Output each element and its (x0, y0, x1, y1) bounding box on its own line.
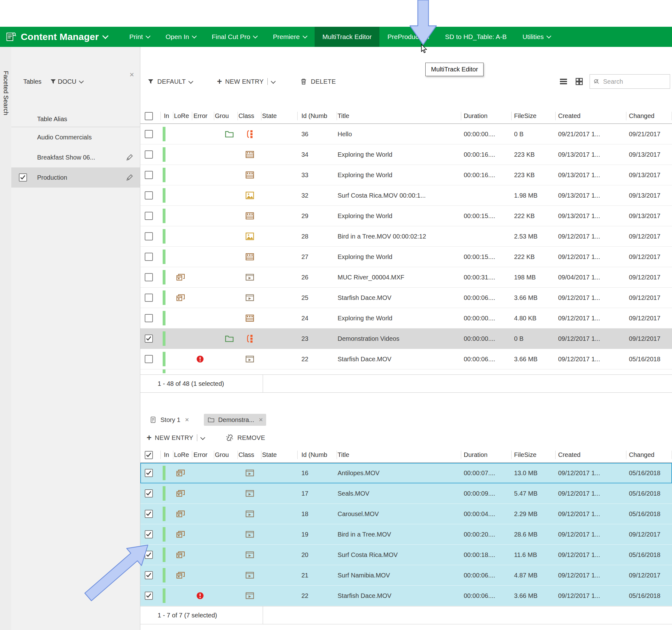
column-header[interactable]: Class (238, 447, 261, 462)
table-row[interactable]: 20 Surf Costa Rica.MOV 00:00:18.... 11.6… (140, 545, 672, 565)
close-icon[interactable]: ✕ (259, 417, 263, 423)
row-id: 25 (297, 288, 337, 308)
close-icon[interactable]: ✕ (127, 70, 136, 79)
column-header[interactable]: LoRe (173, 447, 192, 462)
column-header[interactable]: LoRe (173, 109, 192, 123)
row-checkbox[interactable] (145, 334, 153, 343)
column-header[interactable]: FileSize (511, 109, 556, 123)
table-row[interactable]: 26 MUC River_00004.MXF 00:00:31.... 198 … (140, 267, 672, 288)
table-row[interactable]: 24 Exploring the World 00:00:00.... 4.80… (140, 308, 672, 329)
column-header[interactable]: Title (337, 447, 461, 462)
table-row[interactable]: 22 Starfish Dace.MOV 00:00:06.... 3.66 M… (140, 349, 672, 369)
row-checkbox[interactable] (145, 469, 153, 477)
column-header[interactable]: In (161, 109, 173, 123)
table-row[interactable]: 16 Antilopes.MOV 00:00:07.... 13.0 MB 09… (140, 463, 672, 483)
table-row[interactable]: 29 Exploring the World 00:00:15.... 222 … (140, 206, 672, 226)
sidebar-item[interactable]: Production (11, 167, 140, 188)
column-header[interactable]: Error (192, 109, 214, 123)
column-header[interactable]: Created (556, 109, 626, 123)
list-view-button[interactable] (558, 76, 569, 87)
selection-chip[interactable]: Demonstra... ✕ (204, 414, 266, 426)
sidebar-item[interactable]: Breakfast Show 06... (11, 147, 140, 167)
row-duration: 00:00:06.... (461, 349, 511, 369)
table-row[interactable]: 32 Surf Costa Rica.MOV 00:00:1... 1.98 M… (140, 185, 672, 206)
menu-item-utilities[interactable]: Utilities (515, 27, 559, 47)
table-checkbox[interactable] (19, 173, 27, 182)
row-checkbox[interactable] (145, 232, 153, 240)
search-box[interactable] (590, 74, 670, 89)
filter-default-button[interactable]: DEFAULT (147, 78, 193, 85)
table-row[interactable]: 25 Starfish Dace.MOV 00:00:06.... 3.66 M… (140, 288, 672, 308)
row-checkbox[interactable] (145, 489, 153, 497)
video-clip-icon (244, 292, 255, 303)
column-header[interactable]: Grou (214, 447, 238, 462)
table-row[interactable]: 18 Carousel.MOV 00:00:04.... 2.29 MB 09/… (140, 504, 672, 524)
grid-view-button[interactable] (574, 76, 584, 87)
column-header[interactable]: State (261, 109, 297, 123)
column-header[interactable]: Changed (626, 109, 672, 123)
column-header[interactable]: Class (238, 109, 261, 123)
column-header[interactable]: Error (192, 447, 214, 462)
delete-button[interactable]: DELETE (299, 77, 336, 86)
row-checkbox[interactable] (145, 171, 153, 179)
column-header[interactable]: Changed (626, 447, 672, 462)
pen-icon[interactable] (124, 172, 135, 183)
table-row[interactable]: 19 Bird in a Tree.MOV 00:00:20.... 28.6 … (140, 524, 672, 545)
table-row[interactable]: 34 Exploring the World 00:00:16.... 223 … (140, 144, 672, 165)
new-entry-button-lower[interactable]: + NEW ENTRY (147, 434, 205, 442)
row-checkbox[interactable] (145, 150, 153, 159)
chevron-down-icon (302, 33, 307, 39)
menu-item-open-in[interactable]: Open In (158, 27, 204, 47)
row-id: 22 (297, 349, 337, 369)
new-entry-button[interactable]: + NEW ENTRY (217, 77, 275, 86)
row-checkbox[interactable] (145, 314, 153, 322)
row-title: Antilopes.MOV (337, 463, 461, 483)
table-filter-button[interactable]: DOCU (50, 78, 83, 85)
row-checkbox[interactable] (145, 130, 153, 138)
row-checkbox[interactable] (145, 212, 153, 220)
table-row[interactable]: 21 Surf Namibia.MOV 00:00:06.... 4.87 MB… (140, 565, 672, 586)
selection-chip[interactable]: Story 1 ✕ (146, 414, 193, 426)
select-all-checkbox[interactable] (145, 112, 153, 120)
table-row[interactable]: 22 Starfish Dace.MOV 00:00:06.... 3.66 M… (140, 586, 672, 606)
column-header[interactable]: Created (556, 447, 626, 462)
column-header[interactable]: Duration (461, 447, 511, 462)
row-checkbox[interactable] (145, 273, 153, 281)
row-checkbox[interactable] (145, 355, 153, 363)
column-header[interactable]: State (261, 447, 297, 462)
menu-item-premiere[interactable]: Premiere (265, 27, 314, 47)
pen-icon[interactable] (124, 152, 135, 163)
menu-item-final-cut-pro[interactable]: Final Cut Pro (204, 27, 265, 47)
chevron-down-icon[interactable] (102, 33, 109, 39)
select-all-checkbox[interactable] (145, 451, 153, 459)
table-row[interactable]: 36 Hello 00:00:00.... 0 B 09/21/2017 1..… (140, 124, 672, 144)
column-header[interactable]: Id (Numb (297, 447, 337, 462)
table-row[interactable]: 33 Exploring the World 00:00:16.... 223 … (140, 165, 672, 185)
row-changed: 05/16/2018 (626, 545, 672, 565)
table-row[interactable]: 17 Seals.MOV 00:00:09.... 5.47 MB 09/12/… (140, 483, 672, 504)
column-header[interactable]: Grou (214, 109, 238, 123)
search-input[interactable] (602, 78, 664, 86)
column-header[interactable]: FileSize (511, 447, 556, 462)
row-checkbox[interactable] (145, 510, 153, 518)
row-checkbox[interactable] (145, 253, 153, 261)
sidebar-item[interactable]: Audio Commercials (11, 127, 140, 147)
row-checkbox[interactable] (145, 530, 153, 538)
faceted-search-strip[interactable]: Faceted Search (0, 47, 11, 630)
menu-item-print[interactable]: Print (121, 27, 158, 47)
column-header[interactable]: Title (337, 109, 461, 123)
column-header[interactable]: Id (Numb (297, 109, 337, 123)
remove-button[interactable]: REMOVE (225, 433, 265, 442)
table-row[interactable]: 23 Demonstration Videos 00:00:00.... 0 B… (140, 329, 672, 349)
column-header[interactable]: In (161, 447, 173, 462)
close-icon[interactable]: ✕ (185, 417, 189, 423)
row-checkbox[interactable] (145, 294, 153, 302)
menu-item-sd-to-hd-table-a-b[interactable]: SD to HD_Table: A-B (437, 27, 515, 47)
menu-item-multitrack-editor[interactable]: MultiTrack Editor (315, 27, 380, 47)
chevron-down-icon (253, 33, 258, 39)
table-row[interactable]: 28 Bird in a Tree.MOV 00:00:02:12 2.53 M… (140, 226, 672, 247)
lores-icon (175, 272, 186, 283)
column-header[interactable]: Duration (461, 109, 511, 123)
table-row[interactable]: 27 Exploring the World 00:00:15.... 222 … (140, 247, 672, 267)
row-checkbox[interactable] (145, 191, 153, 200)
